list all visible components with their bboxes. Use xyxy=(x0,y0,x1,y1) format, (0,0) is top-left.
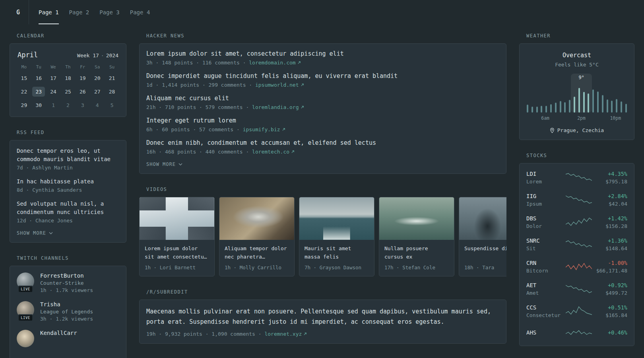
weather-location-row: Prague, Czechia xyxy=(526,127,628,133)
twitch-channel[interactable]: KendallCarr xyxy=(17,330,119,347)
twitch-avatar[interactable]: LIVE xyxy=(17,301,34,319)
hn-section: HACKER NEWS Lorem ipsum dolor sit amet, … xyxy=(139,33,506,174)
hn-domain-link[interactable]: ipsumworld.net xyxy=(255,82,304,88)
weekday-label: Fr xyxy=(80,64,85,70)
calendar-month: April xyxy=(17,51,38,59)
rss-item-title[interactable]: In hac habitasse platea xyxy=(17,177,119,186)
stock-sparkline xyxy=(564,305,594,317)
hn-item-title[interactable]: Aliquam nec cursus elit xyxy=(146,95,499,102)
stock-symbol: LDI xyxy=(526,171,564,177)
calendar-card: April Week 17·2024 MoTuWeThFrSaSu1516171… xyxy=(10,43,126,117)
stock-row[interactable]: CRNBitcorn-1.00%$66,171.48 xyxy=(526,260,627,274)
weather-temp-label: 9° xyxy=(578,75,584,80)
calendar-grid: MoTuWeThFrSaSu15161718192021222324252627… xyxy=(17,64,119,110)
hn-item: Donec imperdiet augue tincidunt felis al… xyxy=(146,72,499,88)
app-logo[interactable]: G xyxy=(11,0,29,24)
stock-row[interactable]: SNRCSit+1.36%$148.64 xyxy=(526,237,627,251)
stock-row[interactable]: DBSDolor+1.42%$156.28 xyxy=(526,215,627,229)
hn-item-title[interactable]: Lorem ipsum dolor sit amet, consectetur … xyxy=(146,50,499,57)
video-title[interactable]: Nullam posuere cursus ex xyxy=(384,245,449,261)
twitch-viewers: 1h · 1.7k viewers xyxy=(40,287,93,293)
weather-bar xyxy=(531,107,533,113)
video-thumbnail[interactable] xyxy=(459,197,506,240)
tab-page-2[interactable]: Page 2 xyxy=(69,0,89,24)
middle-column: HACKER NEWS Lorem ipsum dolor sit amet, … xyxy=(139,33,506,358)
twitch-viewers: 3h · 1.2k viewers xyxy=(40,316,93,322)
weekday-label: We xyxy=(51,64,56,70)
video-card[interactable]: Lorem ipsum dolor sit amet consectetu…1h… xyxy=(139,197,215,276)
stock-price: $156.28 xyxy=(594,223,627,229)
video-title[interactable]: Suspendisse diam xyxy=(464,245,506,261)
stock-row[interactable]: IIGIpsum+2.84%$42.04 xyxy=(526,193,627,207)
video-card-body: Nullam posuere cursus ex17h · Stefan Col… xyxy=(379,240,454,276)
stock-id: DBSDolor xyxy=(526,215,564,229)
twitch-channel[interactable]: LIVETrishaLeague of Legends3h · 1.2k vie… xyxy=(17,301,119,322)
hn-item-meta: 21h · 710 points · 579 comments · loreml… xyxy=(146,104,499,110)
weather-bar xyxy=(545,106,547,113)
calendar-day: 29 xyxy=(17,100,30,110)
video-title[interactable]: Mauris sit amet massa felis xyxy=(305,245,369,261)
calendar-day: 22 xyxy=(17,87,30,97)
rss-item-title[interactable]: Donec tempor eros leo, ut commodo mauris… xyxy=(17,147,119,163)
twitch-channel-name[interactable]: ForrestBurton xyxy=(40,272,93,279)
subreddit-post-text[interactable]: Maecenas mollis pulvinar erat non posuer… xyxy=(146,306,499,327)
hn-item-title[interactable]: Donec enim nibh, condimentum et accumsan… xyxy=(146,139,499,146)
stock-change: +0.92% xyxy=(594,282,627,288)
video-thumbnail[interactable] xyxy=(299,197,374,240)
calendar-day: 26 xyxy=(76,87,89,97)
calendar-day: 28 xyxy=(106,87,118,97)
weather-bar xyxy=(616,99,617,113)
weather-time-label: 6am xyxy=(541,115,549,121)
stocks-section: STOCKS LDILorem+4.35%$795.18IIGIpsum+2.8… xyxy=(519,153,634,346)
video-card[interactable]: Suspendisse diam18h · Tara xyxy=(459,197,506,276)
video-thumbnail[interactable] xyxy=(379,197,454,240)
stock-price: $165.84 xyxy=(594,312,627,318)
hn-domain-link[interactable]: loremlandia.org xyxy=(252,104,304,110)
twitch-avatar[interactable] xyxy=(17,330,34,347)
hn-item-title[interactable]: Integer eget rutrum lorem xyxy=(146,117,499,124)
stock-name: Lorem xyxy=(526,179,564,185)
video-card[interactable]: Aliquam tempor dolor nec pharetra…1h · M… xyxy=(219,197,295,276)
stock-change: +0.46% xyxy=(594,329,627,336)
hn-domain-link[interactable]: ipsumify.biz xyxy=(243,126,285,132)
stock-row[interactable]: CCSConsectetur+0.51%$165.84 xyxy=(526,304,627,318)
stock-sparkline xyxy=(564,216,594,228)
subreddit-card: Maecenas mollis pulvinar erat non posuer… xyxy=(139,300,506,344)
video-thumbnail[interactable] xyxy=(140,197,214,240)
subreddit-domain-link[interactable]: loremnet.xyz xyxy=(264,331,307,337)
video-title[interactable]: Aliquam tempor dolor nec pharetra… xyxy=(225,245,289,261)
stock-row[interactable]: LDILorem+4.35%$795.18 xyxy=(526,171,627,185)
subreddit-post-stats: 19h · 9,932 points · 1,090 comments · xyxy=(146,331,264,337)
twitch-channel[interactable]: LIVEForrestBurtonCounter-Strike1h · 1.7k… xyxy=(17,272,119,293)
weather-bar xyxy=(607,99,608,113)
weather-times: 6am2pm10pm xyxy=(526,115,628,121)
stock-values: +2.84%$42.04 xyxy=(594,193,627,207)
stock-row[interactable]: AETAmet+0.92%$499.72 xyxy=(526,282,627,296)
rss-item-title[interactable]: Sed volutpat nulla nisl, a condimentum n… xyxy=(17,200,119,216)
calendar-day-today: 23 xyxy=(32,87,45,97)
tab-page-4[interactable]: Page 4 xyxy=(130,0,150,24)
video-title[interactable]: Lorem ipsum dolor sit amet consectetu… xyxy=(145,245,209,261)
section-title-hacker-news: HACKER NEWS xyxy=(146,33,506,39)
rss-show-more[interactable]: SHOW MORE xyxy=(17,230,119,236)
tab-page-3[interactable]: Page 3 xyxy=(99,0,120,24)
video-thumbnail[interactable] xyxy=(219,197,294,240)
hn-show-more[interactable]: SHOW MORE xyxy=(146,161,499,167)
video-card[interactable]: Nullam posuere cursus ex17h · Stefan Col… xyxy=(379,197,454,276)
stock-price: $66,171.48 xyxy=(594,268,627,274)
tab-page-1[interactable]: Page 1 xyxy=(39,0,59,24)
hn-domain-link[interactable]: loremtech.co xyxy=(252,149,295,155)
calendar-day: 15 xyxy=(17,73,30,83)
hn-item-title[interactable]: Donec imperdiet augue tincidunt felis al… xyxy=(146,72,499,80)
sparkline-chart xyxy=(566,327,592,339)
stock-row[interactable]: AHS+0.46% xyxy=(526,327,627,339)
hn-domain-link[interactable]: loremdomain.com xyxy=(249,60,301,66)
twitch-channel-name[interactable]: Trisha xyxy=(40,301,93,307)
weather-bar xyxy=(611,101,613,113)
calendar-day: 17 xyxy=(47,73,60,83)
video-card[interactable]: Mauris sit amet massa felis7h · Grayson … xyxy=(299,197,374,276)
stock-values: +0.51%$165.84 xyxy=(594,304,627,318)
twitch-avatar[interactable]: LIVE xyxy=(17,272,34,290)
external-link-icon xyxy=(301,83,304,87)
twitch-channel-name[interactable]: KendallCarr xyxy=(40,330,77,336)
